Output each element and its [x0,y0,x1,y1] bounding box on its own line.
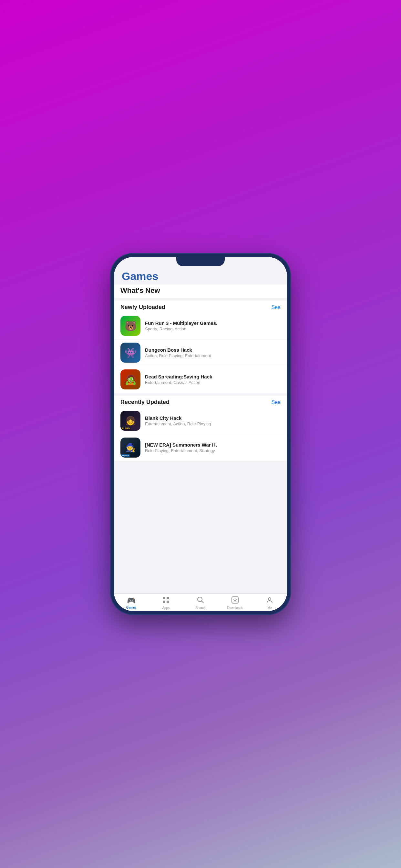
svg-point-8 [268,598,271,600]
recently-updated-header: Recently Updated See [114,396,287,407]
games-icon: 🎮 [127,596,135,605]
svg-rect-0 [163,597,165,599]
list-item[interactable]: 👾 Dungeon Boss Hack Action, Role Playing… [114,339,287,366]
app-icon-funrun: 🐻 [120,316,141,336]
svg-rect-3 [166,600,169,603]
apps-icon [162,596,169,605]
app-info: [NEW ERA] Summoners War H. Role Playing,… [145,442,281,453]
app-genre: Action, Role Playing, Entertainment [145,353,281,358]
tab-bar: 🎮 Games Apps [114,593,287,611]
recently-updated-section: Recently Updated See 👧 FLERO Blank City … [114,396,287,461]
notch [176,257,225,266]
recently-updated-see-link[interactable]: See [272,399,281,405]
app-genre: Entertainment, Action, Role-Playing [145,422,281,426]
app-info: Fun Run 3 - Multiplayer Games. Sports, R… [145,320,281,331]
downloads-icon [232,596,239,605]
tab-search[interactable]: Search [183,596,218,610]
tab-search-label: Search [195,606,206,610]
tab-downloads[interactable]: Downloads [218,596,252,610]
whats-new-section: What's New [114,284,287,298]
tab-games[interactable]: 🎮 Games [114,596,149,610]
app-genre: Role Playing, Entertainment, Strategy [145,448,281,453]
phone-frame: Games What's New Newly Uploaded See 🐻 [110,253,291,615]
profile-icon [266,596,273,605]
list-item[interactable]: 👧 FLERO Blank City Hack Entertainment, A… [114,407,287,434]
flero-badge: FLERO [121,427,130,430]
app-name: Dungeon Boss Hack [145,347,281,352]
page-title: Games [120,270,281,283]
app-info: Blank City Hack Entertainment, Action, R… [145,415,281,426]
screen-content: Games What's New Newly Uploaded See 🐻 [114,257,287,611]
list-item[interactable]: 🐻 Fun Run 3 - Multiplayer Games. Sports,… [114,313,287,339]
newly-uploaded-label: Newly Uploaded [120,304,165,311]
newly-uploaded-see-link[interactable]: See [272,305,281,310]
app-name: Fun Run 3 - Multiplayer Games. [145,320,281,326]
app-icon-dungeon: 👾 [120,343,141,363]
tab-apps-label: Apps [162,606,169,610]
app-icon-dead: 🧟 [120,369,141,390]
app-name: [NEW ERA] Summoners War H. [145,442,281,447]
list-item[interactable]: 🧟 Dead Spreading:Saving Hack Entertainme… [114,366,287,393]
app-name: Blank City Hack [145,415,281,421]
tab-downloads-label: Downloads [227,606,243,610]
recently-updated-label: Recently Updated [120,399,169,406]
svg-line-5 [202,601,204,603]
whats-new-title: What's New [120,286,281,295]
tab-games-label: Games [126,606,136,609]
newly-uploaded-header: Newly Uploaded See [114,301,287,313]
svg-rect-2 [163,600,165,603]
newly-uploaded-section: Newly Uploaded See 🐻 Fun Run 3 - Multipl… [114,301,287,393]
tab-profile-label: Me [267,606,272,610]
app-genre: Entertainment, Casual, Action [145,380,281,385]
tab-profile[interactable]: Me [252,596,287,610]
phone-screen: Games What's New Newly Uploaded See 🐻 [114,257,287,611]
app-icon-blank: 👧 FLERO [120,411,141,431]
svg-rect-1 [166,597,169,599]
search-icon [197,596,204,605]
app-genre: Sports, Racing, Action [145,327,281,331]
app-name: Dead Spreading:Saving Hack [145,374,281,379]
app-info: Dead Spreading:Saving Hack Entertainment… [145,374,281,385]
list-item[interactable]: 🧙 com2uS [NEW ERA] Summoners War H. Role… [114,434,287,461]
app-info: Dungeon Boss Hack Action, Role Playing, … [145,347,281,358]
tab-apps[interactable]: Apps [149,596,183,610]
com2us-badge: com2uS [121,454,130,457]
app-icon-summoners: 🧙 com2uS [120,438,141,458]
